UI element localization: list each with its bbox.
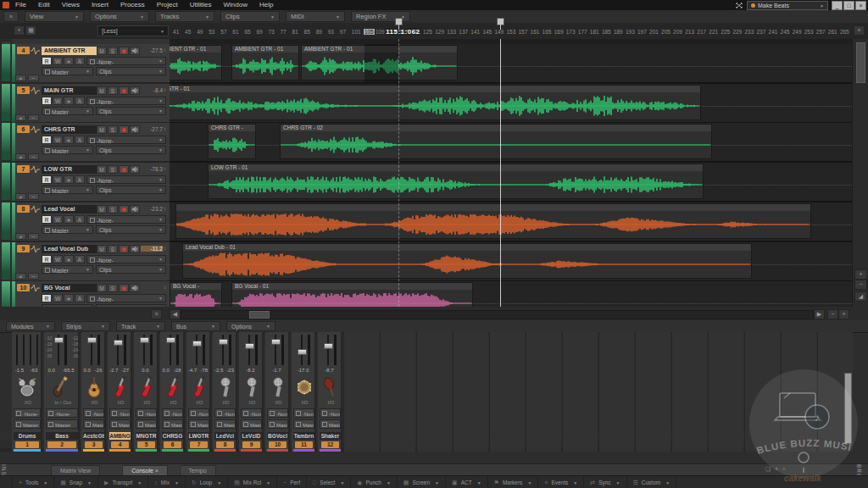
audio-clip[interactable]: AMBIENT GTR - 01 bbox=[170, 45, 222, 80]
record-arm-button[interactable] bbox=[119, 205, 129, 214]
status-module-mix[interactable]: ↕Mix▼ bbox=[148, 476, 186, 488]
strip-input-selector[interactable]: -None- bbox=[241, 408, 262, 418]
record-arm-button[interactable] bbox=[119, 86, 129, 95]
strip-name[interactable]: BGVocl bbox=[267, 432, 288, 440]
strip-input-selector[interactable]: -None- bbox=[214, 408, 236, 418]
automation-offset-button[interactable]: A bbox=[75, 255, 85, 263]
volume-trim-icon[interactable]: ↕ bbox=[164, 206, 166, 211]
dock-split-icon[interactable]: ÷ bbox=[782, 466, 786, 472]
dock-add-icon[interactable]: + bbox=[775, 466, 778, 472]
solo-button[interactable]: S bbox=[108, 125, 118, 134]
solo-button[interactable]: S bbox=[108, 205, 118, 214]
strip-input-selector[interactable]: -None- bbox=[293, 408, 314, 418]
mixer-strip-levcld[interactable]: -8.2I/O-None-MasterLeVclD9 bbox=[239, 332, 264, 452]
automation-write-button[interactable]: W bbox=[53, 97, 63, 105]
track-lane-10[interactable]: BG Vocal -BG Vocal - 01 bbox=[170, 281, 852, 307]
volume-fader[interactable] bbox=[192, 341, 202, 347]
session-selector[interactable]: Make Beats ▼ bbox=[747, 1, 828, 10]
output-selector[interactable]: Master▼ bbox=[42, 107, 93, 115]
strip-input-selector[interactable]: -None- bbox=[136, 408, 157, 418]
strip-input-selector[interactable]: -None- bbox=[267, 408, 288, 418]
status-module-custom[interactable]: ☰Custom▼ bbox=[627, 476, 677, 488]
menu-file[interactable]: File bbox=[9, 0, 32, 10]
solo-button[interactable]: S bbox=[108, 165, 118, 174]
mixer-strip-mngtr[interactable]: 0.0I/O-None-MasterMNGTR5 bbox=[134, 332, 159, 452]
minimize-button[interactable]: _ bbox=[832, 1, 843, 10]
record-arm-button[interactable] bbox=[119, 165, 129, 174]
track-lane-4[interactable]: AMBIENT GTR - 01AMBIENT GTR - 01AMBIENT … bbox=[170, 44, 852, 84]
automation-lanes-icon[interactable]: ≠ bbox=[15, 273, 26, 280]
strip-name[interactable]: Drums bbox=[14, 432, 41, 440]
loop-start-marker[interactable] bbox=[395, 18, 403, 25]
status-module-markers[interactable]: ⚑Markers▼ bbox=[488, 476, 539, 488]
mixer-strip-bass[interactable]: -12-18-24-36-12-18-24-360.0-65.5In / Out… bbox=[44, 332, 80, 452]
waveform-preview-icon[interactable]: ~ bbox=[28, 153, 39, 160]
automation-write-button[interactable]: W bbox=[53, 175, 63, 184]
strip-name[interactable]: AMBNG bbox=[109, 432, 131, 440]
clips-pane[interactable]: AMBIENT GTR - 01AMBIENT GTR - 01AMBIENT … bbox=[170, 39, 852, 307]
volume-fader[interactable] bbox=[140, 337, 149, 343]
strip-input-selector[interactable]: -None- bbox=[83, 408, 104, 418]
audio-clip[interactable]: MAIN GTR - 01 bbox=[170, 85, 701, 120]
volume-fader[interactable] bbox=[114, 340, 123, 346]
mixer-strip-acstcgt[interactable]: 0.0-26I/O-None-MasterAcstcGt3 bbox=[81, 332, 106, 452]
toolbar-button-view[interactable]: View▼ bbox=[25, 11, 84, 22]
strip-output-selector[interactable]: Master bbox=[136, 419, 157, 429]
status-module-punch[interactable]: ◉Punch▼ bbox=[351, 476, 398, 488]
automation-offset-button[interactable]: A bbox=[75, 57, 85, 65]
console-scrollbar[interactable] bbox=[844, 373, 852, 444]
automation-offset-button[interactable]: A bbox=[75, 294, 85, 302]
strip-output-selector[interactable]: Master bbox=[109, 419, 131, 429]
automation-offset-button[interactable]: A bbox=[75, 97, 85, 105]
strip-output-selector[interactable]: Master bbox=[214, 419, 236, 429]
automation-read-button[interactable]: R bbox=[42, 255, 52, 263]
track-header-8[interactable]: 8Lead VocalMS-23.2↕RW∗A-None-▼Master▼Cli… bbox=[12, 202, 170, 242]
audio-clip[interactable]: Lead Vocal Dub - 01 bbox=[182, 243, 752, 279]
toolbar-button-options[interactable]: Options▼ bbox=[90, 11, 149, 22]
status-module-transprt[interactable]: ▶Transprt▼ bbox=[98, 476, 148, 488]
input-selector[interactable]: -None-▼ bbox=[86, 215, 166, 224]
audio-clip[interactable]: CHRS GTR - 02 bbox=[280, 124, 712, 159]
input-selector[interactable]: -None-▼ bbox=[86, 97, 166, 105]
menu-window[interactable]: Window bbox=[218, 0, 253, 10]
output-selector[interactable]: Master▼ bbox=[42, 186, 93, 194]
strip-output-selector[interactable]: Master bbox=[188, 419, 209, 429]
automation-write-button[interactable]: W bbox=[53, 136, 63, 144]
track-name[interactable]: CHRS GTR bbox=[42, 125, 97, 134]
mute-button[interactable]: M bbox=[97, 125, 107, 134]
automation-lanes-icon[interactable]: ≠ bbox=[15, 193, 26, 200]
track-lane-8[interactable] bbox=[170, 202, 852, 242]
lane-view-selector[interactable]: Clips▼ bbox=[96, 225, 166, 234]
automation-snapshot-button[interactable]: ∗ bbox=[64, 136, 74, 144]
mute-button[interactable]: M bbox=[97, 205, 107, 214]
close-button[interactable]: × bbox=[855, 1, 866, 10]
input-selector[interactable]: -None-▼ bbox=[86, 175, 166, 184]
input-selector[interactable]: -None-▼ bbox=[86, 57, 166, 65]
track-header-10[interactable]: 10BG VocalMS↕RW∗A-None-▼Master▼Clips▼≠~ bbox=[12, 281, 170, 307]
grid-icon[interactable]: ▦ bbox=[25, 25, 36, 36]
track-header-5[interactable]: 5MAIN GTRMS-8.4↕RW∗A-None-▼Master▼Clips▼… bbox=[12, 84, 170, 124]
strip-name[interactable]: LeVclD bbox=[241, 432, 262, 440]
lane-view-selector[interactable]: Clips▼ bbox=[96, 67, 166, 75]
volume-fader[interactable] bbox=[271, 339, 281, 345]
toolbar-button-clips[interactable]: Clips▼ bbox=[220, 11, 280, 22]
solo-button[interactable]: S bbox=[108, 245, 118, 253]
mute-button[interactable]: M bbox=[97, 165, 107, 174]
menu-insert[interactable]: Insert bbox=[86, 0, 114, 10]
fullscreen-icon[interactable] bbox=[735, 2, 743, 9]
console-toolbar-strips[interactable]: Strips▼ bbox=[61, 321, 110, 331]
mixer-strip-chrsg[interactable]: 0.0-28I/O-None-MasterCHRSG6 bbox=[160, 332, 185, 452]
waveform-preview-icon[interactable]: ~ bbox=[28, 233, 39, 240]
output-selector[interactable]: Master▼ bbox=[42, 225, 93, 234]
track-header-7[interactable]: 7LOW GTRMS-78.3↕RW∗A-None-▼Master▼Clips▼… bbox=[12, 163, 170, 202]
add-track-icon[interactable]: + bbox=[14, 25, 25, 36]
strip-input-selector[interactable]: -None-▼ bbox=[46, 408, 78, 418]
mute-button[interactable]: M bbox=[97, 245, 107, 253]
waveform-preview-icon[interactable]: ~ bbox=[28, 273, 39, 280]
automation-snapshot-button[interactable]: ∗ bbox=[64, 215, 74, 224]
track-lane-6[interactable]: CHRS GTR -CHRS GTR - 02 bbox=[170, 123, 852, 163]
input-echo-button[interactable] bbox=[130, 47, 140, 55]
track-header-6[interactable]: 6CHRS GTRMS-27.7↕RW∗A-None-▼Master▼Clips… bbox=[12, 123, 170, 163]
automation-lanes-icon[interactable]: ≠ bbox=[15, 75, 26, 81]
menu-utilities[interactable]: Utilities bbox=[184, 0, 218, 10]
